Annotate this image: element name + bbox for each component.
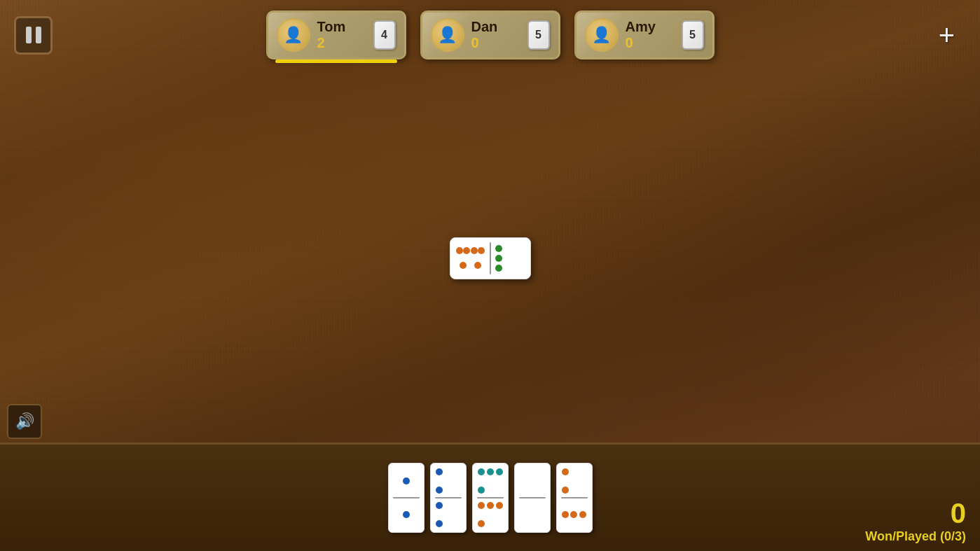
hand-tile-3[interactable] <box>514 463 551 533</box>
sound-icon: 🔊 <box>15 412 34 431</box>
player-panel-tom: 👤 Tom 2 4 <box>266 11 406 60</box>
pause-button[interactable] <box>14 16 53 55</box>
pause-icon <box>26 27 41 43</box>
hand-tile-3-top <box>518 466 547 496</box>
header: 👤 Tom 2 4 👤 Dan 0 5 👤 <box>0 0 980 70</box>
player-info-tom: Tom 2 <box>317 19 366 51</box>
hand-tile-1[interactable] <box>430 463 467 533</box>
bottom-tray: 0 Won/Played (0/3) <box>0 442 980 551</box>
sound-button[interactable]: 🔊 <box>7 404 42 439</box>
domino-left-half <box>453 241 488 276</box>
hand-tile-4-top <box>560 466 589 496</box>
hand-tile-2-top <box>476 466 505 496</box>
board-domino <box>450 237 531 279</box>
domino-divider <box>490 242 491 274</box>
player-score-amy: 0 <box>626 35 675 51</box>
player-tiles-dan: 5 <box>527 20 550 50</box>
player-name-amy: Amy <box>626 19 675 35</box>
hand-tile-2-bottom <box>476 500 505 529</box>
avatar-dan: 👤 <box>431 18 464 52</box>
hand-tile-2[interactable] <box>472 463 509 533</box>
player-info-amy: Amy 0 <box>626 19 675 51</box>
player-name-tom: Tom <box>317 19 366 35</box>
player-tiles-amy: 5 <box>682 20 704 50</box>
score-display: 0 Won/Played (0/3) <box>865 498 966 544</box>
hand-tile-3-bottom <box>518 500 547 529</box>
hand-tile-1-top <box>434 466 463 496</box>
hand-tile-0[interactable] <box>388 463 425 533</box>
player-panel-dan: 👤 Dan 0 5 <box>420 11 560 60</box>
hand-tile-0-top <box>392 466 421 496</box>
hand-tile-0-bottom <box>392 500 421 529</box>
players-row: 👤 Tom 2 4 👤 Dan 0 5 👤 <box>266 11 715 60</box>
score-label: Won/Played (0/3) <box>865 529 966 544</box>
avatar-amy: 👤 <box>585 18 619 52</box>
player-score-tom: 2 <box>317 35 366 51</box>
hand-tile-1-bottom <box>434 500 463 529</box>
score-value: 0 <box>865 498 966 529</box>
game-board: 👤 Tom 2 4 👤 Dan 0 5 👤 <box>0 0 980 551</box>
player-score-dan: 0 <box>471 35 520 51</box>
player-tiles-tom: 4 <box>373 20 396 50</box>
player-name-dan: Dan <box>471 19 520 35</box>
player-hand <box>388 463 593 533</box>
plus-button[interactable]: + <box>927 16 966 55</box>
player-info-dan: Dan 0 <box>471 19 520 51</box>
domino-right-half <box>492 241 527 276</box>
avatar-tom: 👤 <box>277 18 310 52</box>
hand-tile-4-bottom <box>560 500 589 529</box>
player-panel-amy: 👤 Amy 0 5 <box>574 11 715 60</box>
hand-tile-4[interactable] <box>556 463 593 533</box>
board-area <box>0 70 980 446</box>
active-indicator-tom <box>275 60 397 63</box>
